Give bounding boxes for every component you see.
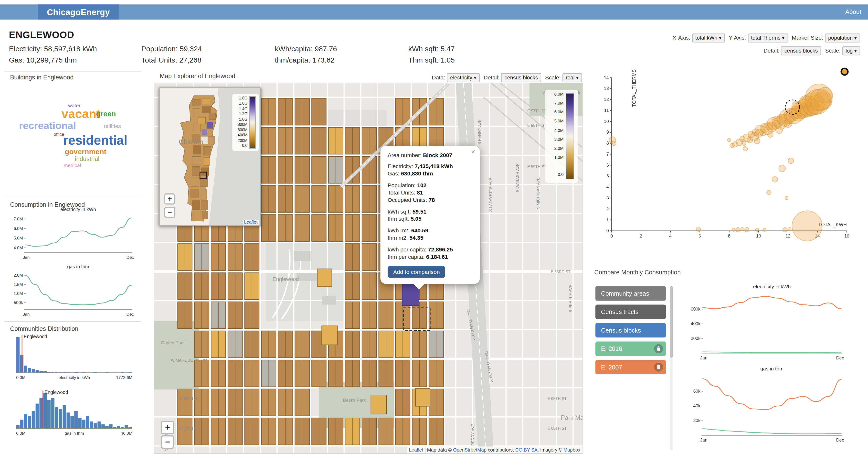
stat-thm-sqft: Thm sqft: 1.05: [408, 56, 455, 64]
minimap-zoom-in-button[interactable]: +: [164, 193, 175, 205]
scatter-bubble[interactable]: [696, 227, 701, 232]
map-section-title: Map Explorer of Englewood: [160, 72, 235, 79]
stat-label: thm/capita:: [275, 56, 312, 64]
attribution-link[interactable]: Leaflet: [409, 447, 423, 453]
histogram-bar: [97, 422, 101, 429]
chicago-energy-dashboard: ChicagoEnergy About ENGLEWOOD Electricit…: [0, 0, 868, 454]
compare-button-census-tracts[interactable]: Census tracts: [595, 304, 666, 319]
community-marker-label: Englewood: [24, 334, 47, 339]
page-title: ENGLEWOOD: [9, 30, 74, 41]
x-axis-label: gas in thm: [65, 431, 84, 436]
scatter-bubble[interactable]: [763, 228, 766, 232]
minimap-zoom-out-button[interactable]: −: [164, 207, 175, 218]
popup-rows: Electricity: 7,435,418 kWhGas: 630,830 t…: [388, 163, 473, 261]
scatter-bubble[interactable]: [745, 228, 749, 232]
census-block-highvalue[interactable]: [322, 326, 337, 345]
data-control[interactable]: electricity ▾: [447, 73, 480, 82]
histogram-bar: [32, 369, 35, 373]
popup-close-button[interactable]: ×: [471, 148, 475, 156]
ring-marker[interactable]: [841, 68, 848, 75]
scatter-bubble[interactable]: [788, 228, 791, 231]
kwh-therms-scatter-plot[interactable]: 012345678910111213140246810121416TOTAL_T…: [606, 59, 855, 243]
map-panel[interactable]: W 61ST STW MARQUETTE RDW 68TH STW 69TH S…: [154, 83, 583, 454]
histogram-bar: [16, 337, 20, 373]
trash-icon[interactable]: [654, 344, 663, 353]
scatter-bubble[interactable]: [727, 138, 731, 142]
wordcloud-word: utilities: [104, 123, 121, 129]
x-axis-control[interactable]: total kWh ▾: [692, 33, 725, 42]
compare-button-community-areas[interactable]: Community areas: [595, 286, 666, 301]
popup-area-label: Area number:: [388, 152, 422, 158]
scatter-bubble[interactable]: [612, 141, 616, 145]
census-block-highvalue[interactable]: [371, 395, 386, 414]
detail-control[interactable]: census blocks: [781, 47, 821, 56]
minimap-community-area: [203, 146, 211, 155]
about-link[interactable]: About: [845, 4, 861, 20]
attribution-link[interactable]: Mapbox: [563, 447, 580, 453]
compare-button-label: Census tracts: [601, 308, 639, 315]
scatter-bubble[interactable]: [754, 138, 760, 144]
compare-scrollbar[interactable]: [670, 286, 673, 450]
minimap-community-area: [202, 130, 207, 135]
scatter-bubble[interactable]: [788, 158, 794, 164]
scatter-bubble[interactable]: [768, 132, 773, 137]
attribution-link[interactable]: OpenStreetMap: [453, 447, 487, 453]
scatter-bubble[interactable]: [792, 211, 822, 241]
minimap-community-area: [202, 98, 210, 104]
scatter-bubble[interactable]: [730, 143, 735, 148]
popup-row: Occupied Units: 78: [388, 196, 473, 204]
scatter-bubble[interactable]: [776, 127, 782, 133]
scatter-bubble[interactable]: [736, 228, 740, 232]
attribution-link[interactable]: CC-BY-SA: [515, 447, 537, 453]
marker-size-control[interactable]: population ▾: [825, 33, 860, 42]
x-tick-label: Dec: [126, 255, 134, 260]
popup-area-value: Block 2007: [423, 152, 452, 158]
compare-button-e-2016[interactable]: E: 2016: [595, 341, 666, 356]
scatter-bubble[interactable]: [779, 165, 785, 172]
minimap-overview[interactable]: Chicago 1.8G1.6G1.4G1.2G1.0G800M600M400M…: [159, 87, 261, 226]
histogram-bar: [117, 426, 120, 429]
scatter-bubble[interactable]: [772, 177, 778, 182]
compare-button-e-2007[interactable]: E: 2007: [595, 360, 666, 374]
add-to-comparison-button[interactable]: Add to comparison: [388, 266, 445, 278]
compare-button-census-blocks[interactable]: Census blocks: [595, 323, 666, 337]
scatter-bubble[interactable]: [817, 87, 833, 103]
y-tick-label: 200k: [691, 336, 701, 341]
scatter-bubble[interactable]: [755, 228, 759, 232]
scatter-bubble[interactable]: [799, 95, 812, 108]
minimap-community-area: [192, 200, 200, 210]
y-tick-label: 11: [604, 108, 609, 113]
street-label: E 58TH ST: [527, 123, 547, 127]
y-axis-label: Y-Axis:: [729, 35, 746, 41]
scatter-bubble[interactable]: [732, 228, 735, 232]
street-label: E 69TH ST: [547, 426, 567, 430]
scatter-bubble[interactable]: [741, 228, 744, 231]
map-zoom-out-button[interactable]: −: [161, 435, 175, 449]
scatter-bubble[interactable]: [767, 190, 771, 195]
histogram-bar: [24, 366, 27, 373]
scatter-bubble[interactable]: [743, 147, 748, 151]
stat-electricity: Electricity: 58,597,618 kWh: [9, 45, 97, 53]
compare-scrollbar-thumb[interactable]: [670, 286, 673, 358]
scale-control[interactable]: log ▾: [842, 47, 860, 56]
scale-control[interactable]: real ▾: [562, 73, 582, 82]
y-axis-control[interactable]: total Therms ▾: [748, 33, 788, 42]
minimap-attribution-link[interactable]: Leaflet: [243, 220, 259, 225]
scale-label: Scale:: [545, 74, 561, 81]
trash-icon[interactable]: [654, 363, 663, 372]
histogram-bar: [94, 423, 97, 429]
chart-title: gas in thm: [760, 366, 783, 371]
detail-control[interactable]: census blocks: [501, 73, 541, 82]
stat-label: Gas:: [9, 56, 26, 64]
census-block-highvalue[interactable]: [317, 269, 332, 286]
scatter-bubble[interactable]: [784, 120, 792, 127]
control-row: Detail:census blocksScale:log ▾: [669, 45, 860, 55]
line-series: [703, 296, 841, 309]
y-tick-label: 6.0M: [14, 226, 23, 231]
scatter-bubble[interactable]: [783, 228, 787, 232]
scatter-bubble[interactable]: [785, 196, 788, 200]
line-series: [703, 429, 841, 434]
minimap-legend-tick: 600M: [235, 128, 247, 132]
census-block-highvalue[interactable]: [416, 388, 430, 406]
map-zoom-in-button[interactable]: +: [161, 421, 175, 434]
